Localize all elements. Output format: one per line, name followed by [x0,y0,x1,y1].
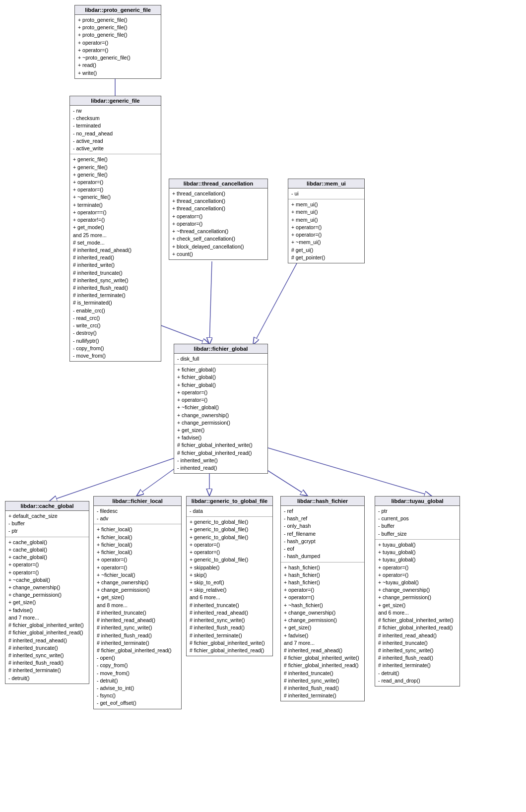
list-item: + generic_to_global_file() [190,518,269,526]
list-item: + count() [172,250,264,258]
list-item: + operator!=() [73,216,158,224]
list-item: + operator=() [284,594,361,601]
list-item: + operator=() [97,556,178,563]
cache-global-title: libdar::cache_global [5,501,89,511]
list-item: + operator=() [172,213,264,220]
list-item: - detruit() [97,677,178,685]
list-item: + default_cache_size [8,512,86,520]
fichier-local-title: libdar::fichier_local [94,497,181,506]
list-item: + operator=() [172,220,264,228]
list-item: + operator=() [8,561,86,568]
list-item: + operator=() [190,549,269,556]
list-item: + get_mode() [73,224,158,231]
generic-to-global-file-box: libdar::generic_to_global_file - data + … [186,496,273,656]
list-item: + ~proto_generic_file() [78,54,158,62]
list-item: # set_mode... [73,239,158,247]
list-item: # inherited_read_ahead() [378,632,457,639]
list-item: + ~cache_global() [8,576,86,584]
list-item: and 6 more... [190,594,269,601]
list-item: + operator=() [378,564,457,571]
fichier-global-attrs: - disk_full [174,354,267,365]
list-item: - active_write [73,145,158,152]
list-item: - rw [73,107,158,115]
list-item: # inherited_sync_write() [8,652,86,659]
list-item: # inherited_flush_read() [8,659,86,667]
list-item: + cache_global() [8,546,86,554]
generic-to-global-file-title: libdar::generic_to_global_file [187,497,272,506]
list-item: - ref_filename [284,530,361,538]
list-item: # inherited_flush_read() [73,284,158,292]
list-item: + cache_global() [8,554,86,561]
list-item: + cache_global() [8,539,86,546]
list-item: + generic_to_global_file() [190,526,269,533]
list-item: + operator==() [73,209,158,216]
list-item: + change_permission() [177,419,264,427]
list-item: + get_size() [8,599,86,606]
list-item: # inherited_sync_write() [97,624,178,631]
fichier-global-methods: + fichier_global() + fichier_global() + … [174,365,267,473]
list-item: - detruit() [378,670,457,677]
generic-to-global-file-attrs: - data [187,506,272,517]
list-item: + read() [78,62,158,69]
mem-ui-methods: + mem_ui() + mem_ui() + mem_ui() + opera… [288,199,364,263]
list-item: - ui [291,190,361,197]
list-item: + operator=() [378,571,457,579]
list-item: + ~mem_ui() [291,239,361,246]
list-item: - eof [284,545,361,553]
list-item: - checksum [73,115,158,122]
list-item: # inherited_truncate() [190,602,269,609]
list-item: + fichier_local() [97,534,178,541]
list-item: # inherited_terminate() [8,667,86,674]
list-item: - write_crc() [73,322,158,329]
list-item: - ptr [378,507,457,515]
list-item: - copy_from() [97,662,178,669]
list-item: - detruit() [8,675,86,682]
list-item: - inhented_read() [177,464,264,472]
list-item: + generic_file() [73,171,158,179]
list-item: - nullifyptr() [73,337,158,345]
list-item: + operator=() [291,224,361,231]
list-item: + get_size() [177,427,264,434]
list-item: # fichier_global_inherited_read() [177,449,264,457]
list-item: # inherited_sync_write() [73,277,158,284]
list-item: - terminated [73,122,158,129]
list-item: # fichier_global_inherited_read() [378,624,457,631]
list-item: + mem_ui() [291,216,361,224]
list-item: + operator=() [177,396,264,404]
list-item: # inherited_terminate() [378,662,457,669]
list-item: + get_size() [97,594,178,601]
list-item: # inherited_truncate() [378,639,457,647]
list-item: + operator=() [73,186,158,193]
list-item: + get_size() [284,624,361,631]
list-item: - enable_crc() [73,307,158,314]
list-item: # get_ui() [291,247,361,254]
list-item: - filedesc [97,507,178,515]
list-item: # fichier_global_inherited_read() [190,647,269,654]
list-item: - buffer [378,522,457,530]
list-item: # inherited_flush_read() [284,685,361,692]
hash-fichier-methods: + hash_fichier() + hash_fichier() + hash… [281,562,364,701]
list-item: # fichier_global_inherited_write() [190,639,269,647]
list-item: + skip_relative() [190,586,269,594]
thread-cancellation-box: libdar::thread_cancellation + thread_can… [169,179,268,260]
tuyau-global-box: libdar::tuyau_global - ptr - current_pos… [375,496,460,687]
list-item: + generic_to_global_file() [190,534,269,541]
list-item: + skip_to_eof() [190,579,269,586]
fichier-global-title: libdar::fichier_global [174,344,267,354]
list-item: # inherited_truncate() [8,644,86,652]
list-item: # inherited_read_ahead() [190,609,269,617]
list-item: + skippable() [190,564,269,571]
list-item: + ~fichier_local() [97,571,178,579]
list-item: - buffer [8,520,86,527]
list-item: + ~generic_file() [73,193,158,201]
fichier-global-box: libdar::fichier_global - disk_full + fic… [174,344,268,474]
mem-ui-box: libdar::mem_ui - ui + mem_ui() + mem_ui(… [288,179,365,263]
list-item: + change_permission() [8,591,86,599]
list-item: + operator=() [177,389,264,396]
list-item: + change_ownership() [97,579,178,586]
list-item: - ref [284,507,361,515]
list-item: + operator=() [78,47,158,54]
list-item: + check_self_cancellation() [172,235,264,243]
list-item: # fichier_global_inherited_read() [284,662,361,669]
list-item: + ~tuyau_global() [378,579,457,586]
